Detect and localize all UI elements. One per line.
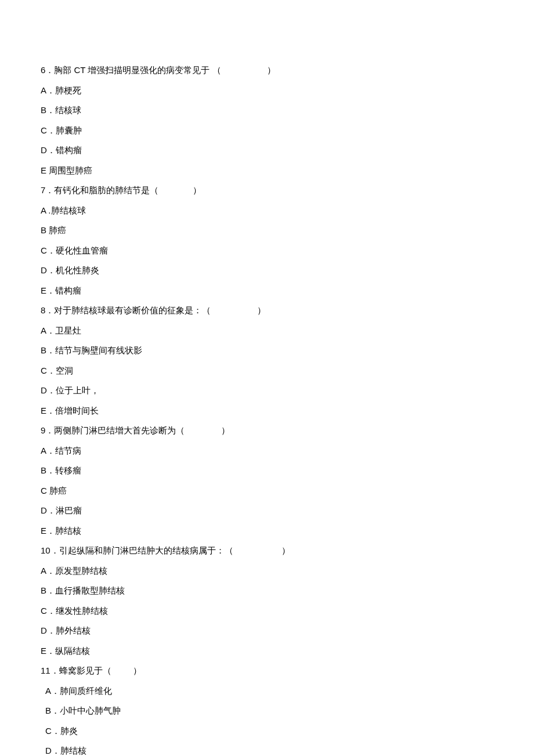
- option-label: B．: [45, 706, 60, 715]
- option-line: E 周围型肺癌: [41, 164, 493, 178]
- option-text: 错构瘤: [56, 145, 82, 155]
- option-text: 肺癌: [47, 486, 67, 495]
- option-label: A: [41, 205, 46, 215]
- option-text: 卫星灶: [55, 325, 81, 335]
- option-label: D．: [41, 145, 56, 155]
- option-label: D．: [41, 625, 56, 635]
- option-line: D．位于上叶，: [41, 384, 493, 397]
- option-text: 转移瘤: [55, 465, 81, 475]
- question-text: 6．胸部 CT 增强扫描明显强化的病变常见于 （ ）: [41, 64, 493, 77]
- option-label: A．: [41, 85, 55, 95]
- option-label: C．: [41, 366, 56, 375]
- option-label: C．: [41, 125, 56, 135]
- option-label: C．: [41, 245, 56, 255]
- option-line: D．淋巴瘤: [41, 504, 493, 518]
- option-text: 结节与胸壁间有线状影: [55, 345, 142, 355]
- document-content: 6．胸部 CT 增强扫描明显强化的病变常见于 （ ）A．肺梗死B．结核球C．肺囊…: [41, 64, 493, 756]
- option-line: A．肺间质纤维化: [41, 685, 493, 698]
- option-line: B 肺癌: [41, 224, 493, 237]
- option-text: 淋巴瘤: [56, 505, 82, 515]
- question-text: 10．引起纵隔和肺门淋巴结肿大的结核病属于：（ ）: [41, 544, 493, 558]
- option-label: B．: [41, 105, 55, 115]
- question-number: 7．: [41, 185, 54, 195]
- option-label: B．: [41, 345, 55, 355]
- option-line: E．肺结核: [41, 525, 493, 538]
- option-text: 错构瘤: [55, 285, 81, 295]
- option-label: E．: [41, 526, 55, 536]
- option-line: B．血行播散型肺结核: [41, 584, 493, 598]
- option-text: 小叶中心肺气肿: [60, 706, 121, 715]
- option-text: 肺囊肿: [56, 125, 82, 135]
- option-label: B: [41, 225, 46, 235]
- question-text: 7．有钙化和脂肪的肺结节是（ ）: [41, 184, 493, 197]
- option-label: E．: [41, 285, 55, 295]
- option-text: 结节病: [55, 446, 81, 455]
- option-line: B．小叶中心肺气肿: [41, 704, 493, 718]
- option-line: E．错构瘤: [41, 284, 493, 298]
- question-block: 8．对于肺结核球最有诊断价值的征象是：（ ）A．卫星灶B．结节与胸壁间有线状影C…: [41, 304, 493, 417]
- option-label: B．: [41, 585, 55, 595]
- option-label: A．: [41, 446, 55, 455]
- question-stem: 蜂窝影见于（ ）: [59, 665, 142, 675]
- option-label: A．: [45, 686, 60, 696]
- option-line: A．结节病: [41, 444, 493, 458]
- option-line: B．结节与胸壁间有线状影: [41, 344, 493, 357]
- option-line: A．卫星灶: [41, 324, 493, 338]
- question-number: 10．: [41, 545, 59, 555]
- option-line: D．肺结核: [41, 744, 493, 756]
- option-line: E．倍增时间长: [41, 404, 493, 418]
- option-text: 位于上叶，: [56, 385, 99, 395]
- question-block: 11．蜂窝影见于（ ）A．肺间质纤维化B．小叶中心肺气肿C．肺炎D．肺结核E．以…: [41, 664, 493, 756]
- option-line: A．肺梗死: [41, 84, 493, 97]
- option-label: C．: [45, 726, 60, 736]
- option-text: 肺结核: [55, 526, 81, 536]
- option-line: D．错构瘤: [41, 144, 493, 157]
- question-stem: 对于肺结核球最有诊断价值的征象是：（ ）: [54, 305, 265, 315]
- option-text: 肺癌: [46, 225, 66, 235]
- option-line: B．结核球: [41, 104, 493, 117]
- option-text: 结核球: [55, 105, 81, 115]
- option-label: B．: [41, 465, 55, 475]
- option-label: D．: [41, 505, 56, 515]
- option-label: D．: [41, 385, 56, 395]
- option-label: C．: [41, 606, 56, 616]
- question-text: 8．对于肺结核球最有诊断价值的征象是：（ ）: [41, 304, 493, 317]
- option-line: D．机化性肺炎: [41, 264, 493, 277]
- question-stem: 有钙化和脂肪的肺结节是（ ）: [54, 185, 201, 195]
- option-text: 血行播散型肺结核: [55, 585, 125, 595]
- question-number: 9．: [41, 425, 54, 435]
- option-label: E．: [41, 646, 55, 656]
- option-line: C．空洞: [41, 364, 493, 378]
- question-stem: 胸部 CT 增强扫描明显强化的病变常见于 （ ）: [54, 65, 275, 75]
- option-text: .肺结核球: [46, 205, 85, 215]
- option-label: C: [41, 486, 47, 495]
- question-number: 11．: [41, 665, 59, 675]
- option-line: C．肺囊肿: [41, 124, 493, 138]
- option-text: 倍增时间长: [55, 406, 99, 415]
- question-block: 10．引起纵隔和肺门淋巴结肿大的结核病属于：（ ）A．原发型肺结核B．血行播散型…: [41, 544, 493, 657]
- option-line: B．转移瘤: [41, 464, 493, 478]
- question-block: 6．胸部 CT 增强扫描明显强化的病变常见于 （ ）A．肺梗死B．结核球C．肺囊…: [41, 64, 493, 177]
- option-text: 周围型肺癌: [46, 165, 92, 175]
- question-stem: 引起纵隔和肺门淋巴结肿大的结核病属于：（ ）: [59, 545, 290, 555]
- option-label: E．: [41, 406, 55, 415]
- option-line: A．原发型肺结核: [41, 565, 493, 578]
- question-number: 6．: [41, 65, 54, 75]
- option-text: 原发型肺结核: [55, 566, 107, 576]
- option-text: 肺梗死: [55, 85, 81, 95]
- option-text: 肺外结核: [56, 625, 91, 635]
- option-label: A．: [41, 325, 55, 335]
- option-text: 机化性肺炎: [56, 265, 99, 275]
- option-label: D．: [41, 265, 56, 275]
- option-line: C．继发性肺结核: [41, 605, 493, 618]
- option-label: E: [41, 165, 46, 175]
- option-label: D．: [45, 746, 60, 755]
- option-line: C．硬化性血管瘤: [41, 244, 493, 258]
- question-block: 9．两侧肺门淋巴结增大首先诊断为（ ）A．结节病B．转移瘤C 肺癌D．淋巴瘤E．…: [41, 424, 493, 537]
- option-text: 肺结核: [60, 746, 86, 755]
- question-stem: 两侧肺门淋巴结增大首先诊断为（ ）: [54, 425, 230, 435]
- option-label: A．: [41, 566, 55, 576]
- option-text: 肺炎: [60, 726, 78, 736]
- question-number: 8．: [41, 305, 54, 315]
- option-text: 纵隔结核: [55, 646, 90, 656]
